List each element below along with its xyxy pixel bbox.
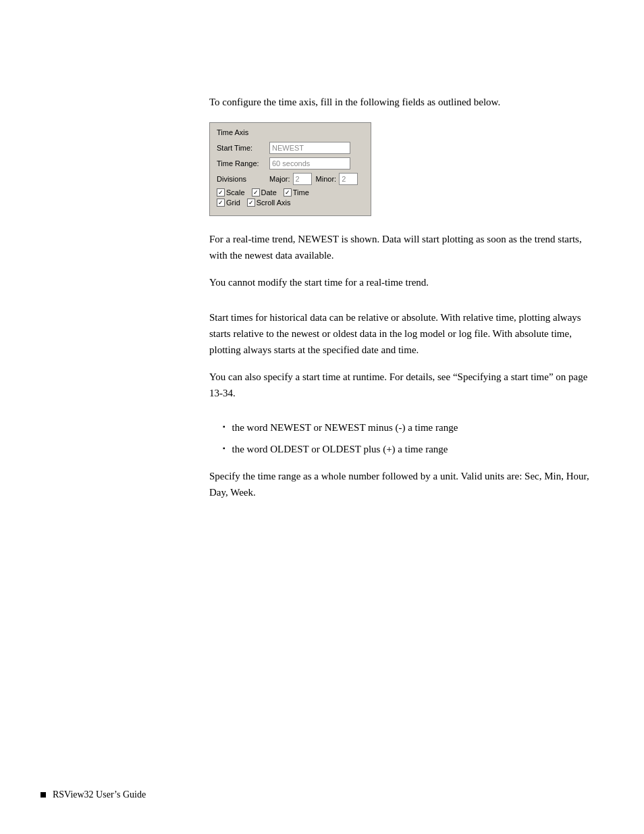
scroll-axis-label: Scroll Axis (257, 199, 291, 207)
divisions-label: Divisions (217, 175, 269, 183)
time-axis-dialog: Time Axis Start Time: Time Range: Divisi… (209, 122, 371, 216)
time-range-label: Time Range: (217, 159, 269, 167)
start-time-label: Start Time: (217, 144, 269, 152)
checkbox-row-1: Scale Date Time (217, 188, 364, 197)
checkbox-row-2: Grid Scroll Axis (217, 199, 364, 207)
start-time-input[interactable] (269, 142, 350, 154)
intro-paragraph: To configure the time axis, fill in the … (209, 95, 590, 110)
bullet-symbol-2: ▪ (223, 443, 225, 453)
scale-label: Scale (226, 188, 245, 197)
paragraph3: Start times for historical data can be r… (209, 309, 590, 358)
bullet-text-2: the word OLDEST or OLDEST plus (+) a tim… (232, 442, 448, 457)
grid-checkbox-item[interactable]: Grid (217, 199, 240, 207)
footer-text: RSView32 User’s Guide (53, 789, 146, 800)
paragraph2: You cannot modify the start time for a r… (209, 274, 590, 290)
grid-checkbox[interactable] (217, 199, 225, 207)
divisions-row: Divisions Major: Minor: (217, 173, 364, 185)
scale-checkbox-item[interactable]: Scale (217, 188, 245, 197)
footer-bullet-icon (41, 792, 46, 798)
time-range-input[interactable] (269, 157, 350, 170)
content-area: To configure the time axis, fill in the … (209, 0, 590, 500)
time-checkbox-item[interactable]: Time (284, 188, 309, 197)
date-checkbox[interactable] (252, 188, 260, 197)
bullet-list: ▪ the word NEWEST or NEWEST minus (-) a … (223, 420, 590, 457)
bullet-item-1: ▪ the word NEWEST or NEWEST minus (-) a … (223, 420, 590, 436)
date-label: Date (261, 188, 277, 197)
paragraph1: For a real-time trend, NEWEST is shown. … (209, 231, 590, 263)
minor-label: Minor: (316, 175, 337, 183)
time-checkbox[interactable] (284, 188, 292, 197)
grid-label: Grid (226, 199, 240, 207)
date-checkbox-item[interactable]: Date (252, 188, 277, 197)
minor-input[interactable] (339, 173, 358, 185)
dialog-title: Time Axis (217, 128, 364, 136)
start-time-row: Start Time: (217, 142, 364, 154)
paragraph4: You can also specify a start time at run… (209, 369, 590, 401)
scroll-axis-checkbox[interactable] (247, 199, 255, 207)
major-label: Major: (269, 175, 290, 183)
bullet-paragraph: Specify the time range as a whole number… (209, 468, 590, 500)
bullet-symbol-1: ▪ (223, 421, 225, 432)
minor-group: Minor: (316, 173, 358, 185)
time-range-row: Time Range: (217, 157, 364, 170)
bullet-text-1: the word NEWEST or NEWEST minus (-) a ti… (232, 420, 458, 436)
major-input[interactable] (293, 173, 312, 185)
footer-area: RSView32 User’s Guide (41, 789, 146, 800)
time-label: Time (293, 188, 309, 197)
major-group: Major: (269, 173, 312, 185)
bullet-item-2: ▪ the word OLDEST or OLDEST plus (+) a t… (223, 442, 590, 457)
page: To configure the time axis, fill in the … (0, 0, 644, 834)
scroll-axis-checkbox-item[interactable]: Scroll Axis (247, 199, 291, 207)
scale-checkbox[interactable] (217, 188, 225, 197)
